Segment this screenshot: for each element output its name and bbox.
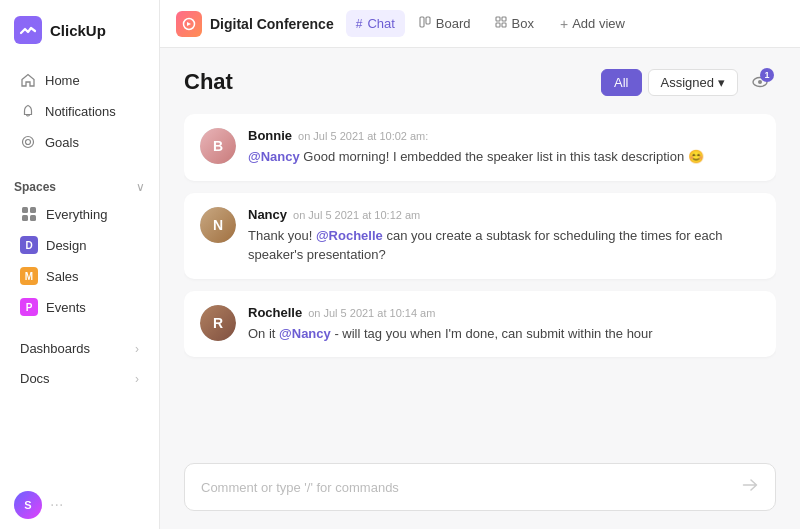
avatar-nancy: N: [200, 207, 236, 243]
mention-3: @Nancy: [279, 326, 331, 341]
message-time-1: on Jul 5 2021 at 10:02 am:: [298, 130, 428, 142]
board-icon: [419, 16, 431, 31]
tab-box-label: Box: [512, 16, 534, 31]
eye-button[interactable]: 1: [744, 66, 776, 98]
assigned-chevron-icon: ▾: [718, 75, 725, 90]
everything-icon: [20, 205, 38, 223]
mention-1: @Nancy: [248, 149, 300, 164]
spaces-label: Spaces: [14, 180, 56, 194]
chat-content: Chat All Assigned ▾ 1: [160, 48, 800, 529]
message-text-1: @Nancy Good morning! I embedded the spea…: [248, 147, 760, 167]
assigned-label: Assigned: [661, 75, 714, 90]
message-time-2: on Jul 5 2021 at 10:12 am: [293, 209, 420, 221]
sidebar-item-label-design: Design: [46, 238, 86, 253]
svg-rect-9: [426, 17, 430, 24]
bell-icon: [20, 103, 36, 119]
eye-badge-count: 1: [760, 68, 774, 82]
sidebar-footer: S ···: [0, 481, 159, 529]
svg-rect-13: [502, 23, 506, 27]
hash-icon: #: [356, 17, 363, 31]
message-meta-1: Bonnie on Jul 5 2021 at 10:02 am:: [248, 128, 760, 143]
filter-all-button[interactable]: All: [601, 69, 641, 96]
svg-rect-3: [22, 207, 28, 213]
events-dot: P: [20, 298, 38, 316]
message-author-2: Nancy: [248, 207, 287, 222]
avatar-nancy-inner: N: [200, 207, 236, 243]
filter-assigned-button[interactable]: Assigned ▾: [648, 69, 738, 96]
chat-filters: All Assigned ▾: [601, 69, 738, 96]
home-icon: [20, 72, 36, 88]
sidebar-item-label-goals: Goals: [45, 135, 79, 150]
dashboards-chevron-icon: ›: [135, 342, 139, 356]
message-author-3: Rochelle: [248, 305, 302, 320]
tab-board-label: Board: [436, 16, 471, 31]
avatar-bonnie-inner: B: [200, 128, 236, 164]
svg-rect-0: [14, 16, 42, 44]
app-name: ClickUp: [50, 22, 106, 39]
main-content: Digital Conference # Chat Board Box + Ad…: [160, 0, 800, 529]
message-content-3: - will tag you when I'm done, can submit…: [331, 326, 653, 341]
user-avatar[interactable]: S: [14, 491, 42, 519]
message-author-1: Bonnie: [248, 128, 292, 143]
message-content-1: Good morning! I embedded the speaker lis…: [300, 149, 704, 164]
sidebar-item-label-everything: Everything: [46, 207, 107, 222]
sidebar-item-design[interactable]: D Design: [6, 230, 153, 260]
message-text-3: On it @Nancy - will tag you when I'm don…: [248, 324, 760, 344]
sidebar-logo[interactable]: ClickUp: [0, 0, 159, 60]
comment-placeholder: Comment or type '/' for commands: [201, 480, 399, 495]
svg-rect-4: [30, 207, 36, 213]
message-meta-2: Nancy on Jul 5 2021 at 10:12 am: [248, 207, 760, 222]
design-dot: D: [20, 236, 38, 254]
svg-point-1: [23, 137, 34, 148]
message-body-3: Rochelle on Jul 5 2021 at 10:14 am On it…: [248, 305, 760, 344]
sidebar-item-label-notifications: Notifications: [45, 104, 116, 119]
avatar-rochelle: R: [200, 305, 236, 341]
sidebar-item-label-dashboards: Dashboards: [20, 341, 90, 356]
svg-rect-11: [502, 17, 506, 21]
sidebar-item-sales[interactable]: M Sales: [6, 261, 153, 291]
mention-2: @Rochelle: [316, 228, 383, 243]
clickup-logo-icon: [14, 16, 42, 44]
sidebar-item-home[interactable]: Home: [6, 65, 153, 95]
tab-chat-label: Chat: [367, 16, 394, 31]
avatar-bonnie: B: [200, 128, 236, 164]
sidebar-item-label-home: Home: [45, 73, 80, 88]
avatar-rochelle-inner: R: [200, 305, 236, 341]
add-view-button[interactable]: + Add view: [550, 11, 635, 37]
sidebar-item-docs[interactable]: Docs ›: [6, 364, 153, 393]
svg-rect-8: [420, 17, 424, 27]
tab-board[interactable]: Board: [409, 10, 481, 37]
sidebar-nav: Home Notifications Goals: [0, 60, 159, 162]
chevron-down-icon: ∨: [136, 180, 145, 194]
plus-icon: +: [560, 16, 568, 32]
message-card-2: N Nancy on Jul 5 2021 at 10:12 am Thank …: [184, 193, 776, 279]
box-icon: [495, 16, 507, 31]
sidebar-item-dashboards[interactable]: Dashboards ›: [6, 334, 153, 363]
goals-icon: [20, 134, 36, 150]
tab-chat[interactable]: # Chat: [346, 10, 405, 37]
svg-rect-12: [496, 23, 500, 27]
message-before-3: On it: [248, 326, 279, 341]
svg-rect-10: [496, 17, 500, 21]
footer-ellipsis: ···: [50, 496, 63, 514]
sidebar-item-goals[interactable]: Goals: [6, 127, 153, 157]
message-meta-3: Rochelle on Jul 5 2021 at 10:14 am: [248, 305, 760, 320]
project-name: Digital Conference: [210, 16, 334, 32]
spaces-header: Spaces ∨: [0, 172, 159, 198]
message-card-3: R Rochelle on Jul 5 2021 at 10:14 am On …: [184, 291, 776, 358]
send-icon[interactable]: [741, 476, 759, 498]
sidebar-item-notifications[interactable]: Notifications: [6, 96, 153, 126]
svg-point-2: [26, 140, 31, 145]
svg-rect-6: [30, 215, 36, 221]
sidebar-item-events[interactable]: P Events: [6, 292, 153, 322]
message-time-3: on Jul 5 2021 at 10:14 am: [308, 307, 435, 319]
chat-header: Chat All Assigned ▾ 1: [184, 66, 776, 98]
sales-dot: M: [20, 267, 38, 285]
sidebar-item-everything[interactable]: Everything: [6, 199, 153, 229]
comment-input-bar[interactable]: Comment or type '/' for commands: [184, 463, 776, 511]
sidebar-item-label-events: Events: [46, 300, 86, 315]
svg-rect-5: [22, 215, 28, 221]
topbar: Digital Conference # Chat Board Box + Ad…: [160, 0, 800, 48]
tab-box[interactable]: Box: [485, 10, 544, 37]
add-view-label: Add view: [572, 16, 625, 31]
